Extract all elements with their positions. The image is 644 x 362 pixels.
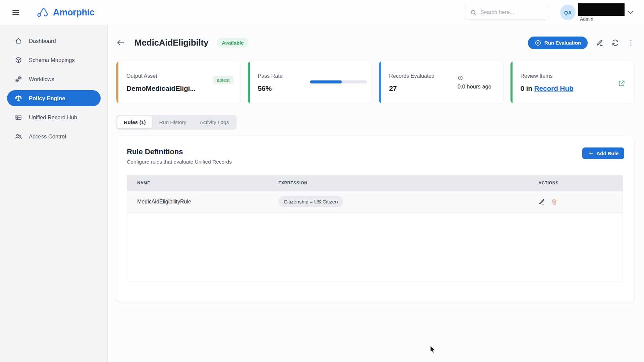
sidebar-item-label: Dashboard [29, 38, 56, 44]
rule-expression-chip: Citizenship = US Citizen [278, 196, 343, 207]
status-badge: Available [217, 38, 248, 48]
tab-activity-logs[interactable]: Activity Logs [193, 116, 235, 128]
search-box[interactable] [465, 5, 549, 20]
asset-badge: aptest [213, 76, 233, 84]
stat-label: Review Items [521, 73, 628, 79]
run-evaluation-button[interactable]: Run Evaluation [528, 37, 588, 49]
play-circle-icon [535, 40, 541, 46]
search-icon [470, 9, 477, 16]
sidebar-item-label: Unified Record Hub [29, 114, 77, 121]
amorphic-logo-icon [37, 7, 51, 18]
cube-icon [15, 56, 22, 64]
workflow-icon [15, 75, 22, 83]
sidebar-item-dashboard[interactable]: Dashboard [7, 33, 101, 49]
sidebar-item-workflows[interactable]: Workflows [7, 71, 101, 87]
scales-icon [15, 95, 22, 102]
rules-table: NAME EXPRESSION ACTIONS MedicAidEligibil… [127, 175, 623, 282]
stat-value: DemoMedicaidEligi... [126, 84, 234, 93]
back-arrow-icon[interactable] [116, 38, 125, 47]
refresh-icon[interactable] [611, 39, 619, 47]
run-evaluation-label: Run Evaluation [544, 40, 581, 46]
sidebar-item-schema-mappings[interactable]: Schema Mappings [7, 52, 101, 68]
kebab-menu-icon[interactable] [627, 39, 635, 47]
edit-rule-icon[interactable] [538, 198, 545, 205]
users-icon [15, 133, 22, 140]
rule-name: MedicAidEligibilityRule [127, 199, 268, 205]
delete-rule-icon[interactable] [551, 198, 558, 205]
sidebar-item-access-control[interactable]: Access Control [7, 128, 101, 144]
sidebar-item-label: Policy Engine [29, 95, 65, 102]
review-count-prefix: 0 in [521, 84, 534, 92]
record-hub-link[interactable]: Record Hub [534, 84, 574, 92]
stat-card-pass-rate: Pass Rate 56% [248, 61, 372, 104]
column-header-name: NAME [127, 181, 268, 185]
external-link-icon[interactable] [618, 79, 626, 87]
accent-bar [379, 61, 381, 104]
logo-text: Amorphic [53, 7, 95, 18]
accent-bar [116, 61, 118, 104]
table-header-row: NAME EXPRESSION ACTIONS [127, 175, 623, 191]
table-empty-area [127, 213, 623, 282]
rule-definitions-title: Rule Definitions [127, 147, 623, 156]
clock-icon [458, 75, 463, 81]
accent-bar [248, 61, 250, 104]
accent-bar [511, 61, 513, 104]
table-row: MedicAidEligibilityRule Citizenship = US… [127, 191, 623, 213]
amorphic-logo[interactable]: Amorphic [37, 7, 95, 18]
sidebar: Dashboard Schema Mappings Workflows [0, 25, 108, 362]
stat-cards: Output Asset DemoMedicaidEligi... aptest… [116, 61, 635, 104]
stat-value: 0 in Record Hub [521, 84, 628, 93]
sidebar-item-policy-engine[interactable]: Policy Engine [7, 90, 101, 106]
tab-run-history[interactable]: Run History [153, 116, 193, 128]
page-title: MedicAidEligibilty [135, 38, 208, 48]
column-header-expression: EXPRESSION [268, 181, 528, 185]
edit-icon[interactable] [596, 39, 603, 47]
column-header-actions: ACTIONS [528, 181, 623, 185]
pass-rate-progress [310, 80, 367, 83]
tab-rules[interactable]: Rules (1) [117, 116, 152, 128]
rule-definitions-subtitle: Configure rules that evaluate Unified Re… [127, 159, 623, 165]
sidebar-item-unified-record-hub[interactable]: Unified Record Hub [7, 109, 101, 125]
plus-icon [588, 150, 594, 156]
main-content: MedicAidEligibilty Available Run Evaluat… [108, 25, 644, 362]
redacted-username [578, 3, 625, 16]
stat-card-output-asset: Output Asset DemoMedicaidEligi... aptest [116, 61, 241, 104]
stat-label: Pass Rate [258, 73, 365, 79]
stat-card-records-evaluated: Records Evaluated 27 0.0 hours ago [379, 61, 503, 104]
time-ago-text: 0.0 hours ago [458, 83, 491, 90]
stat-value: 56% [258, 84, 365, 93]
last-run-time: 0.0 hours ago [458, 75, 491, 90]
topbar: Amorphic QA Admin [0, 0, 644, 25]
detail-tabs: Rules (1) Run History Activity Logs [116, 115, 236, 130]
record-hub-icon [15, 114, 22, 121]
page-header: MedicAidEligibilty Available Run Evaluat… [116, 35, 635, 50]
sidebar-item-label: Access Control [29, 133, 66, 140]
home-icon [15, 37, 22, 45]
chevron-down-icon[interactable] [627, 8, 635, 16]
pass-rate-progress-fill [310, 80, 342, 83]
sidebar-item-label: Workflows [29, 76, 54, 82]
add-rule-label: Add Rule [596, 150, 619, 156]
search-input[interactable] [480, 9, 544, 15]
sidebar-item-label: Schema Mappings [29, 57, 75, 63]
user-role-label: Admin [580, 16, 625, 22]
avatar[interactable]: QA [560, 5, 576, 20]
add-rule-button[interactable]: Add Rule [582, 147, 624, 159]
stat-card-review-items: Review Items 0 in Record Hub [510, 61, 635, 104]
user-block: Admin [578, 3, 625, 22]
hamburger-menu-icon[interactable] [11, 8, 20, 17]
rule-definitions-card: Rule Definitions Configure rules that ev… [116, 136, 635, 302]
